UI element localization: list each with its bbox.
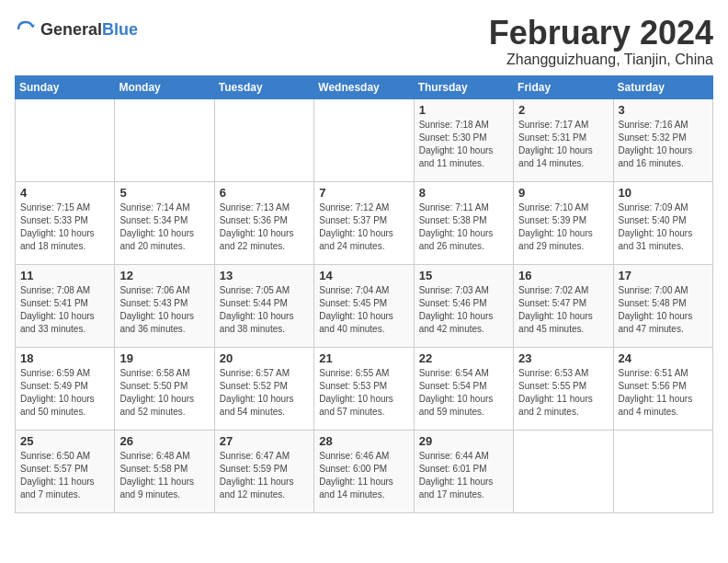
page-header: GeneralBlue February 2024 Zhangguizhuang… bbox=[15, 15, 713, 68]
table-row: 16Sunrise: 7:02 AM Sunset: 5:47 PM Dayli… bbox=[514, 264, 613, 347]
day-info: Sunrise: 7:02 AM Sunset: 5:47 PM Dayligh… bbox=[518, 284, 608, 336]
day-info: Sunrise: 6:53 AM Sunset: 5:55 PM Dayligh… bbox=[518, 367, 608, 419]
day-number: 14 bbox=[319, 269, 408, 282]
day-number: 7 bbox=[319, 186, 408, 200]
table-row: 9Sunrise: 7:10 AM Sunset: 5:39 PM Daylig… bbox=[514, 181, 613, 264]
day-info: Sunrise: 6:58 AM Sunset: 5:50 PM Dayligh… bbox=[119, 367, 209, 419]
day-number: 15 bbox=[419, 269, 508, 282]
day-number: 23 bbox=[518, 351, 608, 365]
table-row: 28Sunrise: 6:46 AM Sunset: 6:00 PM Dayli… bbox=[314, 430, 414, 512]
day-info: Sunrise: 6:54 AM Sunset: 5:54 PM Dayligh… bbox=[419, 367, 508, 419]
table-row: 12Sunrise: 7:06 AM Sunset: 5:43 PM Dayli… bbox=[115, 264, 214, 347]
day-number: 13 bbox=[220, 269, 309, 282]
table-row: 3Sunrise: 7:16 AM Sunset: 5:32 PM Daylig… bbox=[613, 98, 712, 181]
table-row: 13Sunrise: 7:05 AM Sunset: 5:44 PM Dayli… bbox=[214, 264, 313, 347]
table-row bbox=[514, 430, 613, 512]
col-header-thursday: Thursday bbox=[414, 75, 513, 98]
day-number: 24 bbox=[619, 351, 708, 365]
day-number: 4 bbox=[20, 186, 109, 200]
table-row: 25Sunrise: 6:50 AM Sunset: 5:57 PM Dayli… bbox=[16, 430, 115, 512]
table-row: 15Sunrise: 7:03 AM Sunset: 5:46 PM Dayli… bbox=[414, 264, 513, 347]
table-row: 29Sunrise: 6:44 AM Sunset: 6:01 PM Dayli… bbox=[414, 430, 513, 512]
day-info: Sunrise: 6:51 AM Sunset: 5:56 PM Dayligh… bbox=[619, 367, 708, 419]
day-number: 19 bbox=[119, 351, 209, 365]
table-row: 2Sunrise: 7:17 AM Sunset: 5:31 PM Daylig… bbox=[514, 98, 613, 181]
table-row: 26Sunrise: 6:48 AM Sunset: 5:58 PM Dayli… bbox=[115, 430, 214, 512]
day-info: Sunrise: 7:15 AM Sunset: 5:33 PM Dayligh… bbox=[20, 201, 109, 253]
day-number: 11 bbox=[20, 269, 109, 282]
day-number: 8 bbox=[419, 186, 508, 200]
table-row bbox=[115, 98, 214, 181]
day-number: 6 bbox=[220, 186, 309, 200]
table-row bbox=[214, 98, 313, 181]
day-info: Sunrise: 7:17 AM Sunset: 5:31 PM Dayligh… bbox=[518, 119, 608, 170]
day-info: Sunrise: 6:44 AM Sunset: 6:01 PM Dayligh… bbox=[419, 450, 508, 501]
day-number: 1 bbox=[419, 103, 508, 117]
col-header-monday: Monday bbox=[115, 75, 214, 98]
day-info: Sunrise: 7:05 AM Sunset: 5:44 PM Dayligh… bbox=[220, 284, 309, 336]
day-number: 16 bbox=[518, 269, 608, 282]
day-info: Sunrise: 7:18 AM Sunset: 5:30 PM Dayligh… bbox=[419, 119, 508, 170]
logo: GeneralBlue bbox=[15, 18, 138, 40]
day-info: Sunrise: 6:59 AM Sunset: 5:49 PM Dayligh… bbox=[20, 367, 109, 419]
day-info: Sunrise: 7:00 AM Sunset: 5:48 PM Dayligh… bbox=[619, 284, 708, 336]
table-row bbox=[314, 98, 414, 181]
day-number: 29 bbox=[419, 434, 508, 448]
table-row: 19Sunrise: 6:58 AM Sunset: 5:50 PM Dayli… bbox=[115, 347, 214, 430]
table-row: 24Sunrise: 6:51 AM Sunset: 5:56 PM Dayli… bbox=[613, 347, 712, 430]
table-row: 17Sunrise: 7:00 AM Sunset: 5:48 PM Dayli… bbox=[613, 264, 712, 347]
day-number: 3 bbox=[619, 103, 708, 117]
table-row: 7Sunrise: 7:12 AM Sunset: 5:37 PM Daylig… bbox=[314, 181, 414, 264]
table-row: 1Sunrise: 7:18 AM Sunset: 5:30 PM Daylig… bbox=[414, 98, 513, 181]
day-number: 21 bbox=[319, 351, 408, 365]
col-header-saturday: Saturday bbox=[613, 75, 712, 98]
day-info: Sunrise: 7:16 AM Sunset: 5:32 PM Dayligh… bbox=[619, 119, 708, 170]
day-info: Sunrise: 7:03 AM Sunset: 5:46 PM Dayligh… bbox=[419, 284, 508, 336]
day-info: Sunrise: 6:47 AM Sunset: 5:59 PM Dayligh… bbox=[220, 450, 309, 501]
table-row bbox=[16, 98, 115, 181]
day-number: 9 bbox=[518, 186, 608, 200]
table-row: 10Sunrise: 7:09 AM Sunset: 5:40 PM Dayli… bbox=[613, 181, 712, 264]
location-title: Zhangguizhuang, Tianjin, China bbox=[489, 52, 713, 68]
day-number: 5 bbox=[119, 186, 209, 200]
day-info: Sunrise: 7:14 AM Sunset: 5:34 PM Dayligh… bbox=[119, 201, 209, 253]
month-title: February 2024 bbox=[489, 15, 713, 52]
day-info: Sunrise: 7:12 AM Sunset: 5:37 PM Dayligh… bbox=[319, 201, 408, 253]
table-row: 27Sunrise: 6:47 AM Sunset: 5:59 PM Dayli… bbox=[214, 430, 313, 512]
col-header-wednesday: Wednesday bbox=[314, 75, 414, 98]
day-info: Sunrise: 7:04 AM Sunset: 5:45 PM Dayligh… bbox=[319, 284, 408, 336]
day-info: Sunrise: 7:13 AM Sunset: 5:36 PM Dayligh… bbox=[220, 201, 309, 253]
day-info: Sunrise: 7:08 AM Sunset: 5:41 PM Dayligh… bbox=[20, 284, 109, 336]
calendar-table: SundayMondayTuesdayWednesdayThursdayFrid… bbox=[15, 75, 713, 513]
table-row: 20Sunrise: 6:57 AM Sunset: 5:52 PM Dayli… bbox=[214, 347, 313, 430]
day-info: Sunrise: 6:50 AM Sunset: 5:57 PM Dayligh… bbox=[20, 450, 109, 501]
day-info: Sunrise: 6:48 AM Sunset: 5:58 PM Dayligh… bbox=[119, 450, 209, 501]
col-header-tuesday: Tuesday bbox=[214, 75, 313, 98]
table-row: 4Sunrise: 7:15 AM Sunset: 5:33 PM Daylig… bbox=[16, 181, 115, 264]
day-info: Sunrise: 6:57 AM Sunset: 5:52 PM Dayligh… bbox=[220, 367, 309, 419]
table-row: 8Sunrise: 7:11 AM Sunset: 5:38 PM Daylig… bbox=[414, 181, 513, 264]
table-row bbox=[613, 430, 712, 512]
logo-icon bbox=[15, 18, 37, 40]
day-info: Sunrise: 7:09 AM Sunset: 5:40 PM Dayligh… bbox=[619, 201, 708, 253]
day-number: 25 bbox=[20, 434, 109, 448]
table-row: 6Sunrise: 7:13 AM Sunset: 5:36 PM Daylig… bbox=[214, 181, 313, 264]
table-row: 5Sunrise: 7:14 AM Sunset: 5:34 PM Daylig… bbox=[115, 181, 214, 264]
day-info: Sunrise: 6:55 AM Sunset: 5:53 PM Dayligh… bbox=[319, 367, 408, 419]
day-info: Sunrise: 6:46 AM Sunset: 6:00 PM Dayligh… bbox=[319, 450, 408, 501]
col-header-friday: Friday bbox=[514, 75, 613, 98]
day-number: 12 bbox=[119, 269, 209, 282]
day-info: Sunrise: 7:06 AM Sunset: 5:43 PM Dayligh… bbox=[119, 284, 209, 336]
day-number: 22 bbox=[419, 351, 508, 365]
table-row: 21Sunrise: 6:55 AM Sunset: 5:53 PM Dayli… bbox=[314, 347, 414, 430]
day-info: Sunrise: 7:10 AM Sunset: 5:39 PM Dayligh… bbox=[518, 201, 608, 253]
table-row: 14Sunrise: 7:04 AM Sunset: 5:45 PM Dayli… bbox=[314, 264, 414, 347]
day-number: 10 bbox=[619, 186, 708, 200]
logo-general: General bbox=[40, 20, 102, 39]
title-block: February 2024 Zhangguizhuang, Tianjin, C… bbox=[489, 15, 713, 68]
day-number: 2 bbox=[518, 103, 608, 117]
table-row: 18Sunrise: 6:59 AM Sunset: 5:49 PM Dayli… bbox=[16, 347, 115, 430]
table-row: 11Sunrise: 7:08 AM Sunset: 5:41 PM Dayli… bbox=[16, 264, 115, 347]
day-number: 17 bbox=[619, 269, 708, 282]
table-row: 22Sunrise: 6:54 AM Sunset: 5:54 PM Dayli… bbox=[414, 347, 513, 430]
